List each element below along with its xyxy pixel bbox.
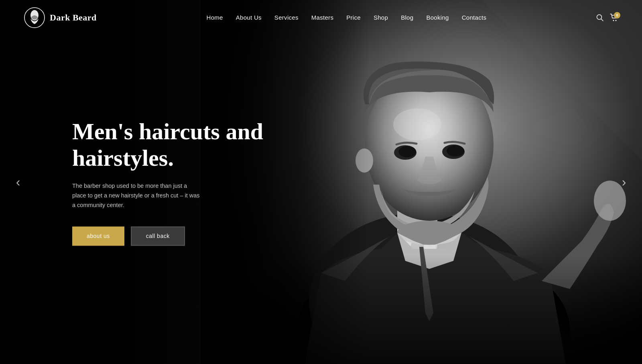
nav-item-services[interactable]: Services (274, 14, 299, 21)
chevron-right-icon: › (622, 175, 626, 189)
nav-link-booking[interactable]: Booking (426, 14, 449, 21)
nav-item-contacts[interactable]: Contacts (462, 14, 487, 21)
nav-item-booking[interactable]: Booking (426, 14, 449, 21)
svg-line-21 (601, 19, 603, 21)
search-button[interactable] (596, 14, 603, 21)
hero-description: The barber shop used to be more than jus… (72, 181, 201, 210)
brand-icon (24, 7, 45, 28)
nav-item-about[interactable]: About Us (236, 14, 262, 21)
chevron-left-icon: ‹ (16, 175, 20, 189)
hero-buttons: about us call back (72, 226, 265, 246)
nav-link-price[interactable]: Price (346, 14, 361, 21)
nav-link-home[interactable]: Home (207, 14, 223, 21)
hero-content: Men's haircuts and hairstyles. The barbe… (72, 118, 265, 246)
search-icon (596, 14, 603, 21)
nav-link-services[interactable]: Services (274, 14, 299, 21)
navbar: Dark Beard Home About Us Services Master… (0, 0, 642, 35)
nav-item-blog[interactable]: Blog (401, 14, 413, 21)
cart-count-badge: 0 (614, 12, 620, 18)
hero-title: Men's haircuts and hairstyles. (72, 118, 265, 172)
brand-name: Dark Beard (50, 12, 97, 23)
about-us-button[interactable]: about us (72, 226, 124, 246)
slider-prev-button[interactable]: ‹ (8, 172, 28, 192)
nav-link-shop[interactable]: Shop (374, 14, 388, 21)
nav-link-blog[interactable]: Blog (401, 14, 413, 21)
nav-link-contacts[interactable]: Contacts (462, 14, 487, 21)
nav-item-masters[interactable]: Masters (311, 14, 333, 21)
nav-item-shop[interactable]: Shop (374, 14, 388, 21)
svg-point-23 (615, 20, 616, 21)
slider-next-button[interactable]: › (614, 172, 634, 192)
nav-links: Home About Us Services Masters Price Sho… (207, 14, 487, 21)
nav-link-about[interactable]: About Us (236, 14, 262, 21)
svg-point-22 (613, 20, 614, 21)
call-back-button[interactable]: call back (131, 226, 185, 246)
nav-item-price[interactable]: Price (346, 14, 361, 21)
brand-logo-link[interactable]: Dark Beard (24, 7, 97, 28)
nav-icons: 0 (596, 14, 618, 22)
nav-item-home[interactable]: Home (207, 14, 223, 21)
cart-button[interactable]: 0 (610, 14, 618, 22)
hero-section: Dark Beard Home About Us Services Master… (0, 0, 642, 364)
nav-link-masters[interactable]: Masters (311, 14, 333, 21)
